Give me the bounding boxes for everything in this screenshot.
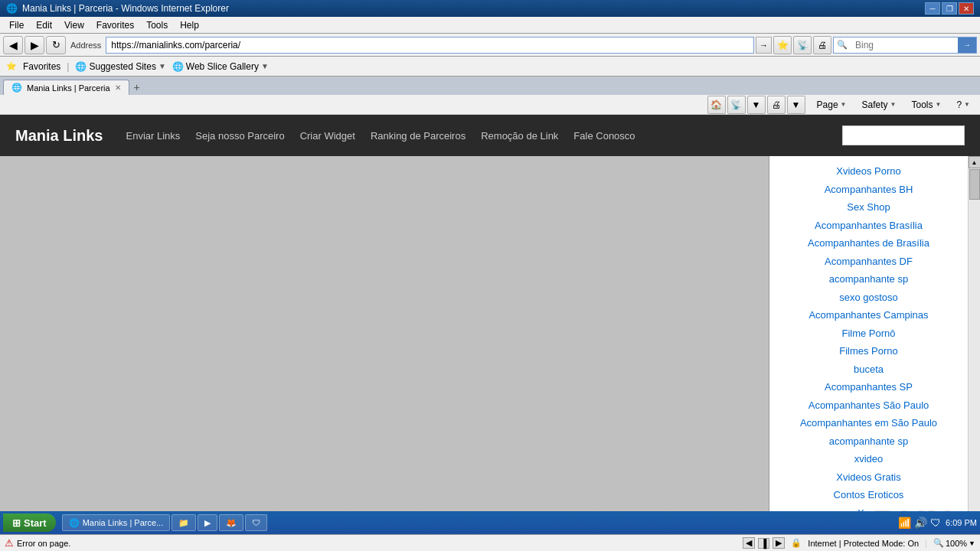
suggested-sites-item[interactable]: 🌐 Suggested Sites ▼ — [75, 61, 165, 72]
search-input[interactable] — [851, 40, 958, 51]
nav-fale-conosco[interactable]: Fale Conosco — [573, 130, 635, 142]
nav-criar-widget[interactable]: Criar Widget — [300, 130, 355, 142]
suggested-sites-label: Suggested Sites — [89, 61, 155, 72]
page-button[interactable]: Page ▼ — [810, 96, 854, 113]
sidebar-link-sex-shop[interactable]: Sex Shop — [769, 198, 968, 217]
security-lock-icon: 🔒 — [791, 538, 802, 548]
nav-seja-parceiro[interactable]: Seja nosso Parceiro — [195, 130, 284, 142]
back-button[interactable]: ◀ — [3, 36, 23, 54]
menu-tools[interactable]: Tools — [140, 18, 174, 32]
help-button[interactable]: ? ▼ — [949, 96, 977, 113]
tray-network-icon: 📶 — [898, 517, 911, 529]
safety-label: Safety — [862, 99, 888, 110]
scroll-up-arrow[interactable]: ▲ — [969, 156, 981, 168]
tools-button[interactable]: Tools ▼ — [904, 96, 948, 113]
menu-view[interactable]: View — [58, 18, 90, 32]
ie-taskbar-button[interactable]: 🌐 Mania Links | Parce... — [62, 514, 171, 531]
firefox-taskbar-button[interactable]: 🦊 — [219, 514, 243, 531]
sidebar-link-acompanhantes-sao-paulo[interactable]: Acompanhantes São Paulo — [769, 396, 968, 415]
vertical-scrollbar[interactable]: ▲ ▼ — [968, 156, 980, 551]
menu-edit[interactable]: Edit — [30, 18, 58, 32]
favorites-icon-button[interactable]: ⭐ — [773, 36, 792, 54]
sidebar-link-buceta[interactable]: buceta — [769, 360, 968, 379]
zoom-level: 100% — [946, 539, 967, 548]
start-button[interactable]: ⊞ Start — [3, 514, 56, 532]
home-button[interactable]: 🏠 — [707, 96, 726, 114]
search-container: 🔍 → — [833, 37, 977, 54]
site-search-input[interactable] — [842, 126, 965, 145]
web-slice-dropdown-icon[interactable]: ▼ — [261, 62, 269, 70]
taskbar-time: 6:09 PM — [946, 518, 977, 527]
scroll-thumb[interactable] — [969, 169, 980, 200]
tab-close-button[interactable]: ✕ — [115, 83, 121, 92]
folder-icon: 📁 — [178, 518, 189, 528]
tools-label: Tools — [911, 99, 933, 110]
scrollbar-mid-btn[interactable]: ▐ — [758, 538, 770, 549]
tab-title: Mania Links | Parceria — [27, 83, 110, 93]
favorites-star-icon: ⭐ — [6, 61, 17, 71]
rss-button[interactable]: 📡 — [793, 36, 812, 54]
web-slice-gallery-item[interactable]: 🌐 Web Slice Gallery ▼ — [172, 61, 269, 72]
file-explorer-taskbar-button[interactable]: 📁 — [172, 514, 196, 531]
sidebar-link-acompanhante-sp-1[interactable]: acompanhante sp — [769, 270, 968, 289]
tab-active[interactable]: 🌐 Mania Links | Parceria ✕ — [3, 80, 129, 95]
status-separator: | — [925, 539, 927, 548]
new-tab-button[interactable]: + — [129, 80, 145, 95]
help-label: ? — [956, 99, 962, 110]
safety-button[interactable]: Safety ▼ — [855, 96, 903, 113]
antivirus-taskbar-button[interactable]: 🛡 — [245, 514, 267, 531]
sidebar-link-acompanhantes-de-brasilia[interactable]: Acompanhantes de Brasília — [769, 234, 968, 253]
nav-enviar-links[interactable]: Enviar Links — [126, 130, 180, 142]
sidebar-link-xvideos-porno[interactable]: Xvideos Porno — [769, 162, 968, 181]
sidebar-link-acompanhantes-campinas[interactable]: Acompanhantes Campinas — [769, 306, 968, 324]
sidebar-link-contos-eroticos[interactable]: Contos Eroticos — [769, 486, 968, 504]
print-cmd-button[interactable]: 🖨 — [767, 96, 786, 114]
title-bar: 🌐 Mania Links | Parceria - Windows Inter… — [0, 0, 980, 17]
status-left: ⚠ Error on page. — [5, 537, 70, 549]
print-dropdown[interactable]: ▼ — [787, 96, 805, 114]
sidebar-link-acompanhantes-bh[interactable]: Acompanhantes BH — [769, 181, 968, 199]
favorites-item[interactable]: Favorites — [23, 61, 60, 72]
nav-remocao[interactable]: Remoção de Link — [481, 130, 558, 142]
rss-feed-button[interactable]: 📡 — [727, 96, 746, 114]
close-button[interactable]: ✕ — [959, 2, 974, 15]
help-dropdown-icon: ▼ — [964, 101, 970, 108]
scroll-track[interactable] — [969, 168, 980, 551]
sidebar-link-xvideo[interactable]: xvideo — [769, 450, 968, 468]
security-icons: ⭐ 📡 🖨 — [773, 36, 831, 54]
minimize-button[interactable]: ─ — [925, 2, 940, 15]
suggested-sites-icon: 🌐 — [75, 61, 87, 72]
sidebar-link-sexo-gostoso[interactable]: sexo gostoso — [769, 289, 968, 307]
forward-button[interactable]: ▶ — [24, 36, 44, 54]
media-player-taskbar-button[interactable]: ▶ — [198, 514, 217, 531]
sidebar-link-acompanhante-sp-2[interactable]: acompanhante sp — [769, 432, 968, 451]
scrollbar-right-btn[interactable]: ▶ — [773, 537, 785, 549]
address-input[interactable] — [106, 37, 754, 54]
menu-help[interactable]: Help — [174, 18, 205, 32]
refresh-button[interactable]: ↻ — [46, 36, 66, 54]
sidebar-link-acompanhantes-em-sao-paulo[interactable]: Acompanhantes em São Paulo — [769, 414, 968, 432]
status-zone: Internet | Protected Mode: On — [808, 539, 919, 548]
sidebar-link-acompanhantes-brasilia[interactable]: Acompanhantes Brasília — [769, 217, 968, 235]
tab-bar: 🌐 Mania Links | Parceria ✕ + — [0, 77, 980, 95]
sidebar-link-acompanhantes-df[interactable]: Acompanhantes DF — [769, 253, 968, 271]
search-button[interactable]: → — [958, 37, 976, 53]
menu-favorites[interactable]: Favorites — [90, 18, 140, 32]
sidebar-link-filme-porno[interactable]: Filme Pornô — [769, 324, 968, 343]
scrollbar-left-btn[interactable]: ◀ — [743, 537, 755, 549]
sidebar-link-filmes-porno[interactable]: Filmes Porno — [769, 342, 968, 360]
sidebar-link-acompanhantes-sp[interactable]: Acompanhantes SP — [769, 378, 968, 396]
zone-text: Internet | Protected Mode: On — [808, 539, 919, 548]
sidebar-link-xvideos-gratis[interactable]: Xvideos Gratis — [769, 468, 968, 487]
print-button[interactable]: 🖨 — [813, 36, 831, 54]
zoom-dropdown[interactable]: ▼ — [969, 540, 975, 547]
nav-ranking[interactable]: Ranking de Parceiros — [371, 130, 466, 142]
restore-button[interactable]: ❐ — [942, 2, 957, 15]
command-dropdown-1[interactable]: ▼ — [747, 96, 766, 114]
menu-file[interactable]: File — [3, 18, 30, 32]
main-content — [0, 156, 769, 551]
suggested-sites-dropdown-icon[interactable]: ▼ — [158, 62, 166, 70]
search-provider-icon: 🔍 — [834, 40, 851, 50]
go-button[interactable]: → — [756, 37, 772, 54]
tools-dropdown-icon: ▼ — [935, 101, 941, 108]
